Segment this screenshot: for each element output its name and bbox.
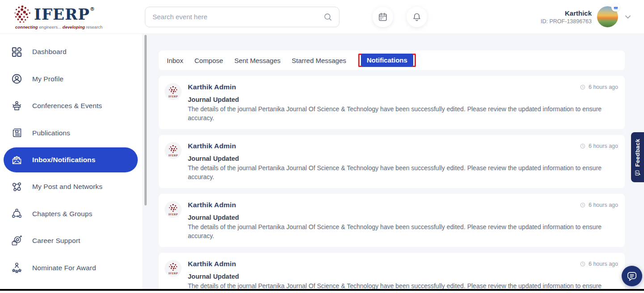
sidebar-item-label: My Profile xyxy=(32,75,64,83)
iferp-mini-logo-icon: IFERP xyxy=(166,202,180,217)
conference-podium-icon xyxy=(11,100,23,112)
notification-sender: Karthik Admin xyxy=(188,260,236,268)
sender-avatar: IFERP xyxy=(165,260,182,277)
sender-avatar: IFERP xyxy=(165,142,182,159)
notification-sender: Karthik Admin xyxy=(188,83,236,91)
notification-card[interactable]: IFERP Karthik Admin 6 hours ago Journal … xyxy=(159,76,625,129)
feedback-label: Feedback xyxy=(634,138,641,166)
clock-icon xyxy=(580,261,586,267)
sidebar-item-conferences-events[interactable]: Conferences & Events xyxy=(0,92,142,120)
sidebar-item-dashboard[interactable]: Dashboard xyxy=(0,38,142,66)
network-icon xyxy=(11,181,23,193)
sidebar-item-label: Conferences & Events xyxy=(32,102,102,110)
membership-crown-badge xyxy=(611,3,620,12)
messages-tabbar: Inbox Compose Sent Messages Starred Mess… xyxy=(159,50,625,70)
notification-card[interactable]: IFERP Karthik Admin 6 hours ago Journal … xyxy=(159,253,625,293)
svg-text:IFERP: IFERP xyxy=(168,272,178,275)
tab-sent-messages[interactable]: Sent Messages xyxy=(234,57,280,64)
notification-card[interactable]: IFERP Karthik Admin 6 hours ago Journal … xyxy=(159,194,625,247)
sidebar-item-publications[interactable]: Publications xyxy=(0,120,142,147)
feedback-button[interactable]: Feedback xyxy=(631,132,644,182)
brand-name: IFERP® xyxy=(34,7,95,22)
profile-icon xyxy=(11,73,23,85)
notification-card[interactable]: IFERP Karthik Admin 6 hours ago Journal … xyxy=(159,135,625,188)
notification-title: Journal Updated xyxy=(188,155,618,162)
tab-inbox[interactable]: Inbox xyxy=(167,57,183,64)
iferp-logo: IFERP® connecting engineers... developin… xyxy=(0,4,142,29)
main-content: Inbox Compose Sent Messages Starred Mess… xyxy=(147,34,644,293)
sender-avatar: IFERP xyxy=(165,201,182,218)
calendar-icon xyxy=(377,12,388,22)
red-highlight-annotation: Notifications xyxy=(358,54,416,67)
user-menu[interactable]: Karthick ID: PROF-13896763 xyxy=(541,6,632,27)
notification-body: The details of the journal Pertanika Jou… xyxy=(188,105,618,122)
svg-text:IFERP: IFERP xyxy=(168,95,178,98)
sidebar-scrollbar-thumb[interactable] xyxy=(144,35,147,205)
tab-starred-messages[interactable]: Starred Messages xyxy=(292,57,346,64)
avatar xyxy=(597,6,618,27)
notification-body: The details of the journal Pertanika Jou… xyxy=(188,222,618,240)
sender-avatar: IFERP xyxy=(165,83,182,100)
sidebar-item-inbox-notifications[interactable]: Inbox/Notifications xyxy=(4,147,138,172)
dashboard-icon xyxy=(11,46,23,58)
notification-timestamp: 6 hours ago xyxy=(580,261,618,267)
newspaper-icon xyxy=(11,127,23,139)
event-search xyxy=(145,7,339,27)
notification-title: Journal Updated xyxy=(188,96,618,103)
clock-icon xyxy=(580,202,586,208)
sidebar-item-label: Career Support xyxy=(32,237,80,245)
iferp-mini-logo-icon: IFERP xyxy=(166,143,180,158)
iferp-mini-logo-icon: IFERP xyxy=(166,84,180,99)
svg-text:IFERP: IFERP xyxy=(168,213,178,216)
chat-bubble-icon xyxy=(626,270,638,282)
crown-icon xyxy=(613,5,619,10)
svg-text:IFERP: IFERP xyxy=(168,154,178,157)
sidebar-item-career-support[interactable]: Career Support xyxy=(0,227,142,255)
notification-timestamp: 6 hours ago xyxy=(580,84,618,90)
tab-compose[interactable]: Compose xyxy=(195,57,223,64)
notification-sender: Karthik Admin xyxy=(188,142,236,150)
clock-icon xyxy=(580,143,586,149)
notification-sender: Karthik Admin xyxy=(188,201,236,209)
inbox-envelope-icon xyxy=(11,154,23,166)
calendar-button[interactable] xyxy=(373,7,393,27)
sidebar-item-my-profile[interactable]: My Profile xyxy=(0,66,142,93)
user-name: Karthick xyxy=(541,9,592,17)
screen-bottom-strip xyxy=(0,291,644,293)
notification-timestamp: 6 hours ago xyxy=(580,143,618,149)
sidebar-item-nominate-award[interactable]: Nominate For Award xyxy=(0,255,142,282)
notification-timestamp: 6 hours ago xyxy=(580,202,618,208)
tab-notifications[interactable]: Notifications xyxy=(361,54,413,67)
search-input[interactable] xyxy=(153,13,323,21)
iferp-globe-icon xyxy=(13,4,32,24)
notification-title: Journal Updated xyxy=(188,273,618,280)
sidebar-item-chapters-groups[interactable]: Chapters & Groups xyxy=(0,201,142,228)
feedback-bubble-icon xyxy=(635,170,641,176)
notifications-button[interactable] xyxy=(407,7,427,27)
sidebar-item-my-post-networks[interactable]: My Post and Networks xyxy=(0,173,142,201)
chevron-down-icon xyxy=(623,13,632,21)
sidebar: Dashboard My Profile Conferences & Event… xyxy=(0,34,142,293)
user-id: ID: PROF-13896763 xyxy=(541,18,592,25)
sidebar-item-label: Nominate For Award xyxy=(32,264,96,272)
iferp-mini-logo-icon: IFERP xyxy=(166,261,180,276)
sidebar-item-label: Dashboard xyxy=(32,48,67,56)
sidebar-item-label: Inbox/Notifications xyxy=(32,156,95,164)
groups-icon xyxy=(11,208,23,220)
clock-icon xyxy=(580,84,586,90)
app-window: IFERP® connecting engineers... developin… xyxy=(0,0,644,293)
career-target-icon xyxy=(11,235,23,247)
topbar: IFERP® connecting engineers... developin… xyxy=(0,0,644,34)
sidebar-item-label: My Post and Networks xyxy=(32,183,102,191)
sidebar-item-label: Publications xyxy=(32,129,70,137)
notification-body: The details of the journal Pertanika Jou… xyxy=(188,163,618,181)
brand-tagline: connecting engineers... developing resea… xyxy=(13,25,142,29)
chat-widget-button[interactable] xyxy=(622,266,642,286)
bell-icon xyxy=(411,12,422,22)
sidebar-item-label: Chapters & Groups xyxy=(32,210,92,218)
award-nominee-icon xyxy=(11,262,23,274)
notification-title: Journal Updated xyxy=(188,214,618,221)
search-icon[interactable] xyxy=(323,12,333,22)
